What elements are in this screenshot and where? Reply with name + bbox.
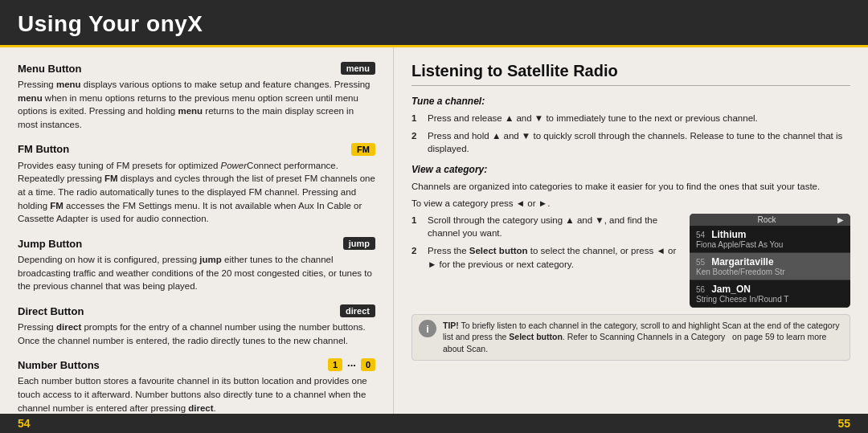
tune-step-2: 2 Press and hold ▲ and ▼ to quickly scro… <box>411 129 850 156</box>
section-jump-header: Jump Button jump <box>18 237 375 250</box>
channel-name-54: Lithium <box>711 229 746 240</box>
footer-page-right: 55 <box>837 417 850 430</box>
view-step-1: 1 Scroll through the category using ▲ an… <box>411 214 677 240</box>
right-section-title: Listening to Satellite Radio <box>411 62 850 86</box>
section-direct-button: Direct Button direct Pressing direct pro… <box>18 304 375 347</box>
channel-num-55: 55 <box>696 258 705 267</box>
right-column: Listening to Satellite Radio Tune a chan… <box>394 47 868 414</box>
channel-artist-55: Ken Boothe/Freedom Str <box>696 268 844 276</box>
tune-steps-list: 1 Press and release ▲ and ▼ to immediate… <box>411 112 850 156</box>
tune-step-num-2: 2 <box>411 129 423 156</box>
section-number-buttons: Number Buttons 1 ··· 0 Each number butto… <box>18 358 375 414</box>
view-step-num-2: 2 <box>411 244 423 271</box>
view-step-text-2: Press the Select button to select the ch… <box>428 244 677 271</box>
content-area: Menu Button menu Pressing menu displays … <box>0 47 868 414</box>
svg-text:i: i <box>426 322 429 334</box>
view-steps-list: 1 Scroll through the category using ▲ an… <box>411 214 677 272</box>
channel-display: Rock ▶ 54 Lithium Fiona Apple/Fast As Yo… <box>690 214 850 308</box>
fm-button-badge: FM <box>351 143 375 156</box>
channel-num-54: 54 <box>696 231 705 239</box>
section-jump-button: Jump Button jump Depending on how it is … <box>18 237 375 293</box>
number-badge-1: 1 <box>328 358 342 371</box>
section-number-header: Number Buttons 1 ··· 0 <box>18 358 375 371</box>
menu-button-badge: menu <box>341 62 375 75</box>
fm-button-title: FM Button <box>18 143 69 155</box>
number-buttons-title: Number Buttons <box>18 359 100 371</box>
menu-button-body: Pressing menu displays various options t… <box>18 78 375 132</box>
view-step-2: 2 Press the Select button to select the … <box>411 244 677 271</box>
channel-row-56: 56 Jam_ON String Cheese In/Round T <box>690 280 850 308</box>
direct-button-badge: direct <box>340 304 375 317</box>
left-column: Menu Button menu Pressing menu displays … <box>0 47 394 414</box>
page-title: Using Your onyX <box>18 11 850 37</box>
direct-button-body: Pressing direct prompts for the entry of… <box>18 321 375 347</box>
tip-text: TIP! To briefly listen to each channel i… <box>443 320 843 355</box>
channel-header-title: Rock <box>758 215 776 224</box>
channel-display-widget: Rock ▶ 54 Lithium Fiona Apple/Fast As Yo… <box>690 214 850 308</box>
tune-a-channel-section: Tune a channel: 1 Press and release ▲ an… <box>411 96 850 156</box>
number-dots: ··· <box>347 359 356 371</box>
view-steps-left: 1 Scroll through the category using ▲ an… <box>411 214 677 308</box>
number-button-badges: 1 ··· 0 <box>328 358 375 371</box>
number-buttons-body: Each number button stores a favourite ch… <box>18 374 375 414</box>
channel-row-55: 55 Margaritaville Ken Boothe/Freedom Str <box>690 253 850 280</box>
view-step-num-1: 1 <box>411 214 423 240</box>
jump-button-body: Depending on how it is configured, press… <box>18 253 375 293</box>
section-fm-button: FM Button FM Provides easy tuning of FM … <box>18 143 375 226</box>
section-menu-header: Menu Button menu <box>18 62 375 75</box>
tune-subtitle: Tune a channel: <box>411 96 850 107</box>
jump-button-title: Jump Button <box>18 238 82 250</box>
tune-step-text-1: Press and release ▲ and ▼ to immediately… <box>428 112 758 125</box>
view-step-text-1: Scroll through the category using ▲ and … <box>428 214 677 240</box>
page-wrapper: Using Your onyX Menu Button menu Pressin… <box>0 0 868 433</box>
view-intro: Channels are organized into categories t… <box>411 180 850 194</box>
channel-num-56: 56 <box>696 285 705 294</box>
channel-header-arrow: ▶ <box>837 215 844 224</box>
tip-box: i TIP! To briefly listen to each channel… <box>411 314 850 361</box>
view-subtitle: View a category: <box>411 164 850 175</box>
section-menu-button: Menu Button menu Pressing menu displays … <box>18 62 375 132</box>
tune-step-1: 1 Press and release ▲ and ▼ to immediate… <box>411 112 850 125</box>
title-bar: Using Your onyX <box>0 0 868 47</box>
fm-button-body: Provides easy tuning of FM presets for o… <box>18 159 375 226</box>
channel-display-header: Rock ▶ <box>690 214 850 226</box>
view-a-category-section: View a category: Channels are organized … <box>411 164 850 361</box>
channel-row-54: 54 Lithium Fiona Apple/Fast As You <box>690 226 850 253</box>
number-badge-0: 0 <box>361 358 375 371</box>
tip-icon: i <box>419 320 436 337</box>
view-category-row: 1 Scroll through the category using ▲ an… <box>411 214 850 308</box>
section-fm-header: FM Button FM <box>18 143 375 156</box>
channel-name-56: Jam_ON <box>711 284 751 295</box>
tune-step-num-1: 1 <box>411 112 423 125</box>
channel-name-55: Margaritaville <box>711 256 773 268</box>
channel-artist-56: String Cheese In/Round T <box>696 295 844 304</box>
section-direct-header: Direct Button direct <box>18 304 375 317</box>
menu-button-title: Menu Button <box>18 63 81 75</box>
footer-page-left: 54 <box>18 417 31 430</box>
tip-icon-svg: i <box>419 320 436 337</box>
direct-button-title: Direct Button <box>18 305 84 317</box>
view-press-text: To view a category press ◄ or ►. <box>411 198 850 208</box>
footer: 54 55 <box>0 414 868 433</box>
tune-step-text-2: Press and hold ▲ and ▼ to quickly scroll… <box>428 129 850 156</box>
jump-button-badge: jump <box>343 237 375 250</box>
channel-artist-54: Fiona Apple/Fast As You <box>696 240 844 249</box>
